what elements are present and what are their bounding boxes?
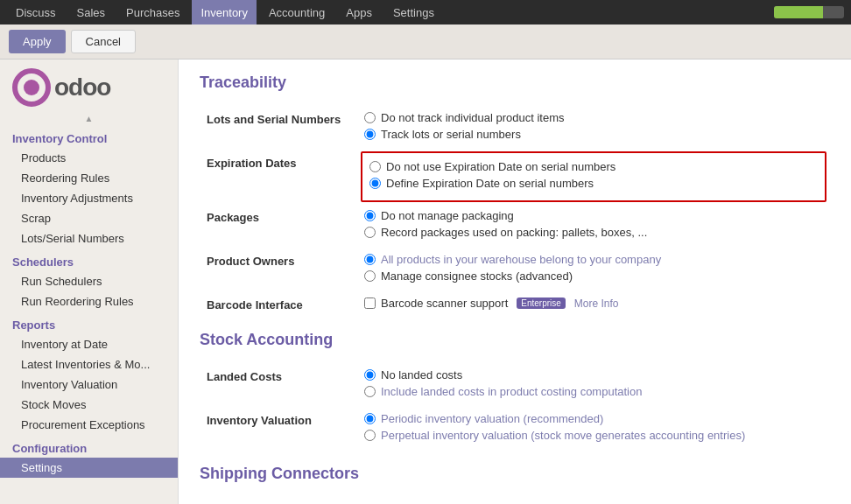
radio-do-not-track-input[interactable]: [364, 112, 376, 123]
sidebar-item-run-schedulers[interactable]: Run Schedulers: [0, 271, 178, 291]
radio-track-lots-input[interactable]: [364, 129, 376, 140]
expiration-dates-label: Expiration Dates: [200, 150, 357, 204]
radio-do-not-manage-packaging-input[interactable]: [364, 210, 376, 221]
barcode-scanner-label: Barcode scanner support: [381, 297, 508, 310]
traceability-table: Lots and Serial Numbers Do not track ind…: [200, 106, 830, 317]
sidebar-item-inventory-adjustments[interactable]: Inventory Adjustments: [0, 188, 178, 208]
radio-perpetual-valuation-input[interactable]: [364, 430, 376, 441]
radio-do-not-use-expiration-input[interactable]: [369, 161, 381, 172]
radio-no-landed-costs-input[interactable]: [364, 369, 376, 381]
sidebar-item-reordering-rules[interactable]: Reordering Rules: [0, 168, 178, 188]
radio-include-landed-costs-label: Include landed costs in product costing …: [381, 385, 642, 398]
odoo-logo: odoo: [12, 68, 110, 107]
cancel-button[interactable]: Cancel: [71, 30, 136, 53]
sidebar-item-lots-serial-numbers[interactable]: Lots/Serial Numbers: [0, 228, 178, 248]
odoo-logo-circle: [12, 68, 51, 107]
radio-define-expiration: Define Expiration Date on serial numbers: [369, 177, 818, 190]
nav-sales[interactable]: Sales: [68, 0, 115, 24]
sidebar: odoo ▲ Inventory Control Products Reorde…: [0, 60, 179, 504]
radio-periodic-valuation-input[interactable]: [364, 413, 376, 424]
action-bar: Apply Cancel: [0, 24, 851, 60]
content-area: Traceability Lots and Serial Numbers Do …: [179, 60, 851, 504]
radio-perpetual-valuation-label: Perpetual inventory valuation (stock mov…: [381, 429, 745, 442]
radio-do-not-track: Do not track individual product items: [364, 111, 823, 124]
barcode-interface-row: Barcode Interface Barcode scanner suppor…: [200, 291, 830, 317]
radio-do-not-use-expiration-label: Do not use Expiration Date on serial num…: [386, 160, 615, 173]
enterprise-badge: Enterprise: [517, 298, 566, 309]
nav-settings[interactable]: Settings: [384, 0, 443, 24]
radio-define-expiration-input[interactable]: [369, 178, 381, 189]
odoo-logo-circle-inner: [24, 80, 39, 95]
sidebar-item-inventory-at-date[interactable]: Inventory at Date: [0, 334, 178, 354]
nav-inventory[interactable]: Inventory: [192, 0, 256, 24]
product-owners-row: Product Owners All products in your ware…: [200, 248, 830, 291]
odoo-logo-text: odoo: [54, 74, 110, 102]
radio-perpetual-valuation: Perpetual inventory valuation (stock mov…: [364, 429, 823, 442]
radio-record-packages-input[interactable]: [364, 227, 376, 238]
more-info-link[interactable]: More Info: [574, 298, 619, 310]
sidebar-section-inventory-control: Inventory Control: [0, 125, 178, 148]
radio-all-products-company: All products in your warehouse belong to…: [364, 253, 823, 266]
barcode-scanner-checkbox[interactable]: [364, 298, 376, 309]
packages-row: Packages Do not manage packaging Record …: [200, 204, 830, 248]
radio-include-landed-costs: Include landed costs in product costing …: [364, 385, 823, 398]
inventory-valuation-label: Inventory Valuation: [200, 407, 357, 451]
radio-include-landed-costs-input[interactable]: [364, 386, 376, 397]
radio-do-not-manage-packaging-label: Do not manage packaging: [381, 209, 514, 222]
sidebar-section-schedulers: Schedulers: [0, 248, 178, 271]
radio-manage-consignee: Manage consignee stocks (advanced): [364, 270, 823, 283]
progress-bar-container: [774, 6, 844, 18]
radio-do-not-track-label: Do not track individual product items: [381, 111, 565, 124]
radio-do-not-manage-packaging: Do not manage packaging: [364, 209, 823, 222]
packages-options: Do not manage packaging Record packages …: [357, 204, 830, 248]
sidebar-item-scrap[interactable]: Scrap: [0, 208, 178, 228]
progress-bar-fill: [774, 6, 823, 18]
radio-periodic-valuation: Periodic inventory valuation (recommende…: [364, 412, 823, 425]
radio-all-products-company-input[interactable]: [364, 254, 376, 265]
top-navigation: Discuss Sales Purchases Inventory Accoun…: [0, 0, 851, 24]
radio-do-not-use-expiration: Do not use Expiration Date on serial num…: [369, 160, 818, 173]
sidebar-item-latest-inventories[interactable]: Latest Inventories & Mo...: [0, 354, 178, 374]
nav-accounting[interactable]: Accounting: [260, 0, 334, 24]
nav-discuss[interactable]: Discuss: [7, 0, 65, 24]
product-owners-options: All products in your warehouse belong to…: [357, 248, 830, 291]
apply-button[interactable]: Apply: [9, 30, 66, 53]
sidebar-item-stock-moves[interactable]: Stock Moves: [0, 395, 178, 415]
inventory-valuation-options: Periodic inventory valuation (recommende…: [357, 407, 830, 451]
expiration-dates-options: Do not use Expiration Date on serial num…: [357, 150, 830, 204]
packages-label: Packages: [200, 204, 357, 248]
landed-costs-row: Landed Costs No landed costs Include lan…: [200, 363, 830, 407]
sidebar-logo: odoo: [0, 60, 178, 112]
sidebar-item-inventory-valuation[interactable]: Inventory Valuation: [0, 374, 178, 395]
radio-define-expiration-label: Define Expiration Date on serial numbers: [386, 177, 594, 190]
sidebar-section-configuration: Configuration: [0, 435, 178, 458]
scroll-up-indicator: ▲: [0, 112, 178, 125]
expiration-dates-highlight-box: Do not use Expiration Date on serial num…: [361, 151, 826, 202]
stock-accounting-table: Landed Costs No landed costs Include lan…: [200, 363, 830, 451]
barcode-interface-options: Barcode scanner support Enterprise More …: [357, 291, 830, 317]
radio-track-lots: Track lots or serial numbers: [364, 128, 823, 141]
sidebar-item-settings[interactable]: Settings: [0, 458, 178, 478]
inventory-valuation-row: Inventory Valuation Periodic inventory v…: [200, 407, 830, 451]
lots-serial-numbers-label: Lots and Serial Numbers: [200, 106, 357, 150]
radio-no-landed-costs: No landed costs: [364, 368, 823, 382]
landed-costs-options: No landed costs Include landed costs in …: [357, 363, 830, 407]
radio-manage-consignee-input[interactable]: [364, 270, 376, 282]
sidebar-item-products[interactable]: Products: [0, 148, 178, 168]
barcode-interface-label: Barcode Interface: [200, 291, 357, 317]
stock-accounting-section-title: Stock Accounting: [200, 331, 830, 353]
lots-serial-numbers-row: Lots and Serial Numbers Do not track ind…: [200, 106, 830, 150]
sidebar-item-run-reordering-rules[interactable]: Run Reordering Rules: [0, 291, 178, 312]
sidebar-item-procurement-exceptions[interactable]: Procurement Exceptions: [0, 415, 178, 435]
radio-periodic-valuation-label: Periodic inventory valuation (recommende…: [381, 412, 603, 425]
nav-purchases[interactable]: Purchases: [117, 0, 188, 24]
radio-record-packages-label: Record packages used on packing: pallets…: [381, 226, 647, 239]
traceability-section-title: Traceability: [200, 74, 830, 95]
expiration-dates-row: Expiration Dates Do not use Expiration D…: [200, 150, 830, 204]
sidebar-section-reports: Reports: [0, 312, 178, 334]
radio-track-lots-label: Track lots or serial numbers: [381, 128, 521, 141]
barcode-scanner-option: Barcode scanner support Enterprise More …: [364, 297, 823, 310]
product-owners-label: Product Owners: [200, 248, 357, 291]
radio-record-packages: Record packages used on packing: pallets…: [364, 226, 823, 239]
nav-apps[interactable]: Apps: [337, 0, 381, 24]
